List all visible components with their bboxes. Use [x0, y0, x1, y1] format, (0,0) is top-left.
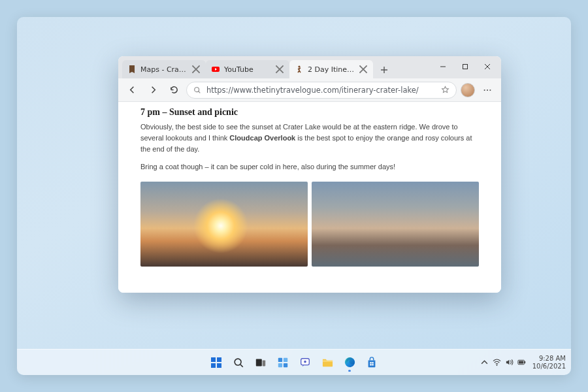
tab-label: 2 Day Itinerary [308, 65, 355, 74]
refresh-button[interactable] [165, 82, 182, 99]
close-button[interactable] [476, 59, 498, 74]
window-controls [432, 59, 498, 74]
profile-avatar[interactable] [461, 83, 475, 97]
svg-rect-24 [372, 364, 373, 365]
svg-point-1 [298, 65, 300, 67]
svg-rect-7 [211, 357, 216, 362]
browser-toolbar: https://www.thetinytravelogue.com/itiner… [118, 78, 501, 102]
widgets-button[interactable] [275, 355, 291, 370]
svg-rect-21 [370, 362, 371, 363]
desktop-wallpaper: Maps - Crater Lake YouTube [17, 17, 571, 375]
wifi-icon[interactable] [493, 358, 501, 367]
tab-maps[interactable]: Maps - Crater Lake [122, 60, 206, 78]
store-button[interactable] [364, 355, 380, 370]
svg-rect-2 [463, 65, 468, 69]
more-menu-button[interactable] [479, 82, 496, 99]
tab-itinerary[interactable]: 2 Day Itinerary [289, 60, 373, 78]
svg-rect-27 [519, 361, 523, 363]
tab-close-icon[interactable] [191, 65, 201, 74]
search-button[interactable] [231, 355, 246, 370]
address-url: https://www.thetinytravelogue.com/itiner… [206, 86, 436, 95]
tab-label: Maps - Crater Lake [140, 65, 188, 74]
tab-label: YouTube [224, 65, 271, 74]
clock-time: 9:28 AM [532, 355, 566, 363]
svg-rect-13 [263, 360, 266, 366]
tab-strip: Maps - Crater Lake YouTube [118, 56, 501, 78]
task-view-button[interactable] [253, 355, 269, 370]
svg-point-5 [487, 89, 488, 90]
svg-point-11 [235, 359, 241, 365]
svg-point-4 [484, 89, 485, 90]
clock-date: 10/6/2021 [532, 363, 566, 370]
svg-point-19 [304, 360, 306, 363]
tab-youtube[interactable]: YouTube [206, 60, 289, 78]
new-tab-button[interactable] [376, 61, 393, 78]
svg-rect-16 [278, 363, 282, 367]
minimize-button[interactable] [432, 59, 454, 74]
back-button[interactable] [123, 82, 140, 99]
photo-row [140, 182, 479, 267]
svg-point-6 [489, 89, 491, 90]
tray-chevron-icon[interactable] [480, 358, 489, 367]
svg-rect-8 [217, 357, 221, 362]
edge-button[interactable] [342, 355, 357, 370]
article-heading: 7 pm – Sunset and picnic [140, 107, 479, 118]
svg-rect-15 [284, 357, 287, 361]
sunset-photo-2 [312, 182, 479, 267]
maximize-button[interactable] [454, 59, 476, 74]
svg-rect-17 [284, 363, 287, 367]
svg-rect-9 [211, 363, 216, 368]
page-content: 7 pm – Sunset and picnic Obviously, the … [118, 102, 501, 293]
forward-button[interactable] [144, 82, 161, 99]
taskbar-clock[interactable]: 9:28 AM 10/6/2021 [532, 355, 566, 370]
tab-close-icon[interactable] [359, 65, 368, 74]
nps-favicon [127, 65, 137, 74]
start-button[interactable] [208, 355, 224, 370]
tab-close-icon[interactable] [275, 65, 284, 74]
youtube-favicon [211, 65, 220, 74]
svg-rect-28 [525, 361, 525, 363]
taskbar: 9:28 AM 10/6/2021 [17, 349, 571, 375]
svg-point-25 [496, 365, 497, 366]
search-icon [193, 86, 201, 94]
system-tray: 9:28 AM 10/6/2021 [480, 355, 566, 370]
sunset-photo-1 [140, 182, 308, 267]
article-paragraph-2: Bring a coat though – it can be super co… [140, 161, 479, 172]
battery-icon[interactable] [517, 358, 526, 367]
svg-rect-12 [256, 359, 262, 366]
taskbar-center-icons [208, 355, 380, 370]
hiker-favicon [295, 65, 304, 74]
article-paragraph-1: Obviously, the best side to see the suns… [140, 122, 479, 155]
svg-rect-14 [278, 357, 282, 361]
svg-rect-22 [372, 362, 373, 363]
svg-point-3 [195, 87, 199, 91]
volume-icon[interactable] [505, 358, 514, 367]
browser-window: Maps - Crater Lake YouTube [118, 56, 501, 293]
favorite-icon[interactable] [441, 86, 449, 94]
svg-rect-23 [370, 364, 371, 365]
svg-rect-10 [217, 363, 221, 368]
chat-button[interactable] [297, 355, 313, 370]
address-bar[interactable]: https://www.thetinytravelogue.com/itiner… [186, 82, 457, 99]
file-explorer-button[interactable] [319, 355, 335, 370]
